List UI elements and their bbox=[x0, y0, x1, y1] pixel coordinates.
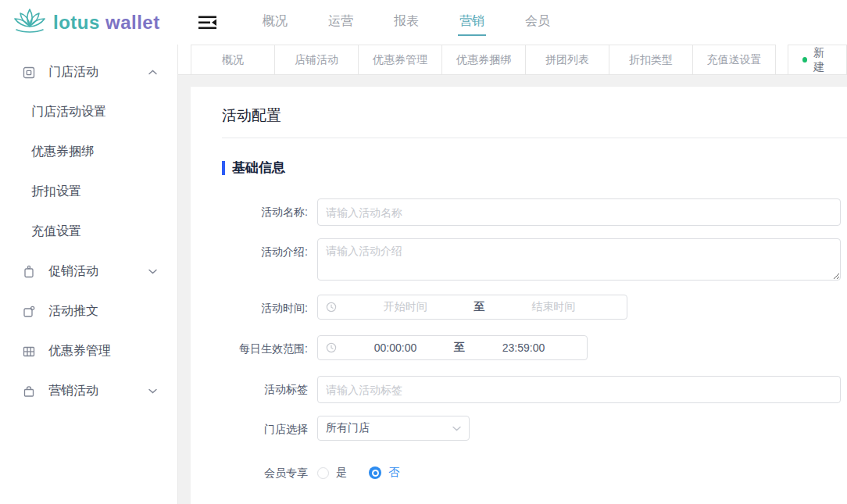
tab-new-label: 新建 bbox=[813, 46, 832, 74]
section-title-text: 基础信息 bbox=[232, 159, 285, 177]
tab-recharge-gift-settings[interactable]: 充值送设置 bbox=[692, 45, 776, 74]
form-row-activity-intro: 活动介绍: bbox=[222, 238, 836, 281]
clock-icon bbox=[326, 342, 337, 353]
sidebar: 门店活动 门店活动设置 优惠券捆绑 折扣设置 充值设置 促销活动 bbox=[0, 45, 178, 504]
chevron-down-icon bbox=[452, 426, 461, 431]
start-time-placeholder: 开始时间 bbox=[340, 300, 471, 314]
store-select-label: 门店选择 bbox=[222, 416, 308, 442]
form-row-activity-time: 活动时间: 开始时间 至 结束时间 bbox=[222, 295, 836, 321]
form-row-member-exclusive: 会员专享 是 否 bbox=[222, 459, 836, 486]
form-row-activity-tag: 活动标签 bbox=[222, 376, 836, 403]
radio-yes-label[interactable]: 是 bbox=[336, 466, 347, 480]
app-header: lotus wallet 概况 运营 报表 营销 会员 bbox=[0, 0, 847, 45]
app-title-word2: wallet bbox=[105, 12, 160, 33]
sidebar-item-coupon-bundle[interactable]: 优惠券捆绑 bbox=[0, 132, 177, 172]
nav-reports[interactable]: 报表 bbox=[392, 9, 420, 36]
section-title-basic-info: 基础信息 bbox=[222, 159, 836, 177]
daily-start-value: 00:00:00 bbox=[340, 341, 451, 354]
app-title-word1: lotus bbox=[53, 12, 100, 33]
green-dot-icon bbox=[802, 57, 807, 63]
sidebar-item-coupon-management[interactable]: 优惠券管理 bbox=[0, 331, 177, 371]
tab-coupon-management[interactable]: 优惠券管理 bbox=[358, 45, 441, 74]
price-tag-icon bbox=[22, 265, 38, 279]
sidebar-item-label: 营销活动 bbox=[48, 383, 98, 399]
form-row-usage-channel: 使用渠道 小程序 pos bbox=[222, 499, 836, 504]
tab-strip: 概况 店铺活动 优惠券管理 优惠券捆绑 拼团列表 折扣类型 充值送设置 bbox=[191, 45, 776, 74]
radio-yes[interactable] bbox=[317, 467, 329, 479]
sidebar-item-label: 优惠券捆绑 bbox=[31, 144, 94, 160]
usage-channel-label: 使用渠道 bbox=[222, 499, 308, 504]
sidebar-item-label: 门店活动 bbox=[48, 64, 98, 80]
sidebar-item-promotion-activity[interactable]: 促销活动 bbox=[0, 252, 177, 291]
activity-tag-input[interactable] bbox=[317, 376, 841, 403]
sidebar-item-store-activity-settings[interactable]: 门店活动设置 bbox=[0, 92, 177, 132]
storefront-icon bbox=[22, 66, 38, 80]
sidebar-item-label: 门店活动设置 bbox=[31, 104, 106, 120]
nav-overview[interactable]: 概况 bbox=[261, 9, 289, 36]
activity-intro-label: 活动介绍: bbox=[222, 238, 308, 265]
range-separator: 至 bbox=[471, 300, 488, 314]
page-title: 活动配置 bbox=[222, 105, 836, 126]
sidebar-item-store-activity[interactable]: 门店活动 bbox=[0, 52, 177, 92]
tab-group-buy-list[interactable]: 拼团列表 bbox=[525, 45, 609, 74]
daily-range-label: 每日生效范围: bbox=[222, 335, 308, 362]
sidebar-item-label: 充值设置 bbox=[31, 223, 81, 240]
grid-table-icon bbox=[22, 345, 38, 359]
form-row-activity-name: 活动名称: bbox=[222, 198, 836, 226]
nav-marketing[interactable]: 营销 bbox=[458, 9, 486, 36]
tab-new-page[interactable]: 新建 bbox=[788, 45, 847, 74]
tab-shop-activity[interactable]: 店铺活动 bbox=[274, 45, 358, 74]
activity-name-label: 活动名称: bbox=[222, 198, 308, 225]
chevron-down-icon bbox=[148, 388, 157, 394]
store-select-dropdown[interactable]: 所有门店 bbox=[317, 416, 470, 441]
chevron-up-icon bbox=[148, 70, 157, 75]
chevron-down-icon bbox=[148, 269, 157, 274]
sidebar-item-marketing-activity[interactable]: 营销活动 bbox=[0, 371, 177, 411]
section-accent-bar bbox=[222, 161, 225, 175]
menu-fold-icon[interactable] bbox=[198, 16, 217, 30]
radio-no[interactable] bbox=[369, 466, 381, 479]
sidebar-item-label: 活动推文 bbox=[48, 303, 98, 320]
sidebar-item-label: 优惠券管理 bbox=[48, 343, 111, 359]
store-select-value: 所有门店 bbox=[326, 421, 370, 435]
activity-tag-label: 活动标签 bbox=[222, 376, 308, 402]
activity-time-range-picker[interactable]: 开始时间 至 结束时间 bbox=[317, 295, 627, 320]
activity-intro-textarea[interactable] bbox=[317, 238, 841, 281]
tab-overview[interactable]: 概况 bbox=[191, 45, 274, 74]
form-row-daily-range: 每日生效范围: 00:00:00 至 23:59:00 bbox=[222, 335, 836, 362]
range-separator: 至 bbox=[451, 341, 468, 355]
main-layout: 门店活动 门店活动设置 优惠券捆绑 折扣设置 充值设置 促销活动 bbox=[0, 45, 847, 504]
content-area: 概况 店铺活动 优惠券管理 优惠券捆绑 拼团列表 折扣类型 充值送设置 新建 活… bbox=[178, 45, 847, 504]
secondary-tabbar: 概况 店铺活动 优惠券管理 优惠券捆绑 拼团列表 折扣类型 充值送设置 新建 bbox=[178, 45, 847, 75]
nav-operations[interactable]: 运营 bbox=[327, 9, 355, 36]
nav-members[interactable]: 会员 bbox=[524, 9, 552, 36]
clock-icon bbox=[326, 302, 337, 313]
app-logo: lotus wallet bbox=[0, 6, 178, 39]
app-title: lotus wallet bbox=[53, 12, 160, 34]
activity-time-label: 活动时间: bbox=[222, 295, 308, 321]
activity-name-input[interactable] bbox=[317, 198, 841, 226]
activity-config-card: 活动配置 基础信息 活动名称: 活动介绍: bbox=[191, 87, 847, 504]
sidebar-item-activity-tweets[interactable]: 活动推文 bbox=[0, 291, 177, 331]
form-row-store-select: 门店选择 所有门店 bbox=[222, 416, 836, 442]
daily-time-range-picker[interactable]: 00:00:00 至 23:59:00 bbox=[317, 335, 588, 360]
top-nav: 概况 运营 报表 营销 会员 bbox=[261, 9, 552, 36]
shopping-bag-icon bbox=[22, 384, 38, 399]
document-copy-icon bbox=[22, 305, 38, 319]
sidebar-item-discount-settings[interactable]: 折扣设置 bbox=[0, 172, 177, 212]
end-time-placeholder: 结束时间 bbox=[488, 300, 620, 314]
lotus-logo-icon bbox=[13, 6, 47, 39]
sidebar-item-label: 促销活动 bbox=[48, 263, 98, 280]
divider bbox=[222, 138, 847, 138]
daily-end-value: 23:59:00 bbox=[468, 341, 579, 354]
tab-discount-type[interactable]: 折扣类型 bbox=[609, 45, 692, 74]
member-exclusive-label: 会员专享 bbox=[222, 459, 308, 486]
sidebar-item-label: 折扣设置 bbox=[31, 184, 81, 200]
tab-coupon-bundle[interactable]: 优惠券捆绑 bbox=[441, 45, 525, 74]
radio-no-label[interactable]: 否 bbox=[388, 466, 399, 480]
sidebar-item-recharge-settings[interactable]: 充值设置 bbox=[0, 212, 177, 252]
